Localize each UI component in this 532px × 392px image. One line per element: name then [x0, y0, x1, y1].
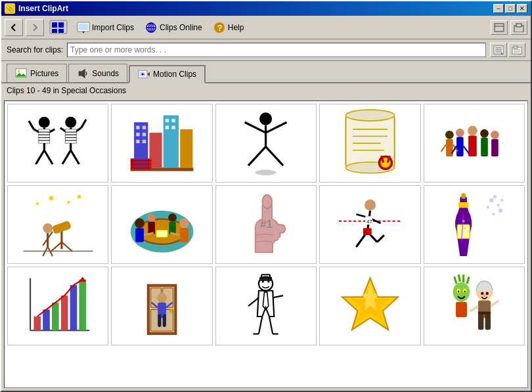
toolbar-right-btn1[interactable] — [491, 20, 508, 35]
svg-rect-131 — [180, 228, 188, 242]
minimize-button[interactable]: – — [493, 4, 504, 13]
tab-sounds-label: Sounds — [92, 69, 119, 78]
toolbar-right-btn2[interactable] — [510, 20, 527, 35]
svg-rect-162 — [457, 225, 470, 238]
svg-rect-160 — [462, 193, 466, 198]
svg-rect-174 — [79, 280, 86, 331]
clip-item-5[interactable] — [424, 104, 525, 183]
svg-point-139 — [263, 194, 273, 208]
svg-line-196 — [269, 316, 273, 334]
svg-marker-175 — [79, 276, 86, 281]
svg-rect-219 — [456, 302, 467, 317]
clip-item-2[interactable] — [111, 104, 212, 183]
tab-motion-clips-label: Motion Clips — [153, 70, 196, 79]
clip-item-10[interactable] — [424, 185, 525, 264]
title-buttons: – □ ✕ — [493, 4, 527, 13]
tab-sounds[interactable]: Sounds — [68, 64, 127, 82]
svg-line-83 — [248, 146, 266, 165]
svg-point-118 — [67, 201, 70, 204]
clip-item-15[interactable] — [424, 267, 525, 345]
svg-rect-102 — [468, 135, 477, 156]
svg-point-48 — [65, 117, 76, 128]
svg-line-52 — [62, 150, 71, 164]
svg-rect-170 — [43, 309, 50, 330]
status-bar: Clips 10 - 49 in Special Occasions — [1, 83, 531, 98]
svg-point-199 — [262, 280, 264, 282]
svg-rect-73 — [171, 119, 175, 122]
svg-point-103 — [480, 129, 489, 138]
svg-rect-208 — [485, 315, 491, 330]
sounds-tab-icon — [77, 68, 89, 79]
svg-line-84 — [266, 146, 284, 165]
svg-rect-100 — [456, 137, 464, 156]
svg-rect-55 — [65, 129, 76, 143]
svg-rect-65 — [180, 129, 192, 167]
svg-rect-138 — [156, 230, 167, 237]
clips-online-button[interactable]: Clips Online — [141, 18, 206, 37]
svg-rect-17 — [516, 24, 521, 27]
svg-point-128 — [135, 218, 144, 228]
clip-item-3[interactable] — [215, 104, 317, 183]
import-clips-icon — [77, 21, 90, 34]
svg-rect-1 — [52, 22, 57, 28]
svg-line-40 — [35, 150, 44, 164]
svg-rect-14 — [495, 24, 504, 32]
close-button[interactable]: ✕ — [517, 4, 527, 13]
svg-point-155 — [500, 199, 503, 202]
svg-line-216 — [458, 274, 460, 282]
svg-point-154 — [493, 195, 497, 198]
search-actions — [490, 43, 525, 57]
import-clips-label: Import Clips — [92, 23, 134, 32]
svg-line-194 — [273, 295, 284, 297]
svg-rect-173 — [70, 285, 77, 330]
svg-line-114 — [62, 242, 72, 251]
svg-text:?: ? — [217, 24, 222, 33]
svg-rect-3 — [52, 29, 57, 33]
svg-point-105 — [491, 131, 499, 139]
svg-rect-2 — [58, 22, 64, 28]
clip-item-12[interactable] — [111, 267, 212, 345]
svg-point-166 — [462, 220, 465, 223]
clip-item-14[interactable] — [319, 267, 420, 345]
svg-rect-206 — [478, 311, 491, 314]
svg-rect-171 — [52, 303, 59, 330]
svg-line-113 — [51, 242, 62, 251]
clip-item-9[interactable]: 47 — [319, 185, 420, 264]
tab-motion-clips[interactable]: Motion Clips — [129, 65, 206, 83]
svg-line-195 — [259, 316, 262, 334]
clip-item-7[interactable] — [111, 185, 212, 264]
search-history-button[interactable] — [490, 43, 507, 57]
help-button[interactable]: ? Help — [209, 18, 248, 37]
back-button[interactable] — [5, 19, 23, 36]
search-input[interactable] — [67, 43, 486, 57]
import-clips-button[interactable]: Import Clips — [73, 18, 138, 37]
clip-item-8[interactable]: #1 — [215, 185, 317, 264]
svg-rect-70 — [136, 140, 139, 143]
forward-button[interactable] — [26, 19, 44, 36]
search-label: Search for clips: — [7, 45, 63, 54]
svg-line-215 — [454, 276, 456, 284]
svg-rect-104 — [481, 138, 488, 157]
svg-line-107 — [441, 144, 446, 152]
tab-pictures[interactable]: Pictures — [7, 64, 67, 82]
svg-text:#1: #1 — [260, 218, 273, 230]
search-browse-button[interactable] — [508, 43, 525, 57]
svg-rect-106 — [491, 139, 499, 157]
svg-rect-64 — [164, 116, 179, 168]
clip-item-11[interactable] — [7, 267, 108, 345]
svg-point-79 — [259, 112, 272, 125]
svg-line-110 — [464, 146, 469, 154]
svg-rect-30 — [79, 71, 82, 76]
svg-rect-72 — [166, 119, 169, 122]
svg-point-116 — [35, 202, 38, 205]
svg-point-200 — [268, 280, 270, 282]
clip-item-4[interactable] — [319, 104, 420, 183]
svg-point-222 — [458, 290, 459, 292]
app-icon: 📎 — [5, 3, 15, 14]
svg-line-47 — [29, 121, 33, 129]
clip-item-13[interactable] — [215, 267, 317, 345]
svg-rect-42 — [38, 129, 49, 143]
clip-item-1[interactable] — [7, 104, 108, 183]
maximize-button[interactable]: □ — [505, 4, 516, 13]
clip-item-6[interactable] — [7, 185, 108, 264]
